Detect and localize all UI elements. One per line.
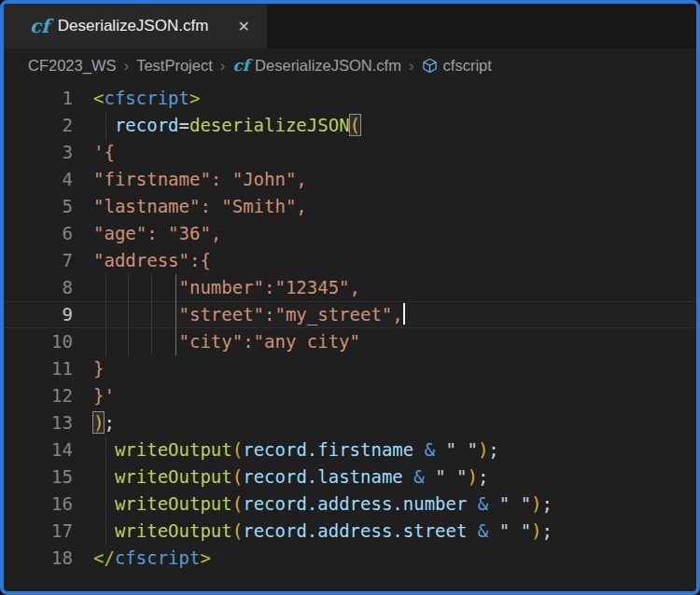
- line-number[interactable]: 15: [4, 464, 73, 491]
- code-line[interactable]: 16 writeOutput(record.address.number & "…: [4, 491, 696, 518]
- line-number[interactable]: 5: [4, 193, 73, 220]
- code-token: ): [478, 439, 488, 460]
- code-token: [488, 520, 498, 541]
- code-token: " ": [446, 439, 478, 460]
- code-token: ;: [542, 493, 553, 514]
- code-line[interactable]: 8 "number":"12345",: [4, 274, 696, 301]
- code-line-content: "firstname": "John",: [93, 166, 307, 193]
- code-line-content: writeOutput(record.address.street & " ")…: [93, 518, 553, 545]
- code-token: writeOutput: [115, 520, 232, 541]
- code-token: ;: [104, 412, 114, 433]
- code-line[interactable]: 5"lastname": "Smith",: [4, 193, 696, 220]
- coldfusion-icon: cf: [30, 17, 49, 35]
- code-line[interactable]: 9 "street":"my_street",: [4, 301, 696, 328]
- code-token: [93, 439, 115, 460]
- indent-guide: [175, 274, 176, 301]
- line-number[interactable]: 18: [4, 545, 73, 572]
- code-token: }': [93, 385, 115, 406]
- code-line[interactable]: 15 writeOutput(record.lastname & " ");: [4, 464, 696, 491]
- line-number[interactable]: 12: [4, 382, 73, 409]
- vscode-window: cf DeserializeJSON.cfm ✕ CF2023_WS › Tes…: [0, 0, 700, 595]
- line-number[interactable]: 11: [4, 355, 73, 382]
- line-number[interactable]: 13: [4, 409, 73, 436]
- code-token: cfscript: [104, 88, 189, 108]
- code-token: "city":"any city": [179, 331, 360, 352]
- code-line-content: "lastname": "Smith",: [93, 193, 307, 220]
- code-editor[interactable]: 1<cfscript>2 record=deserializeJSON(3'{4…: [4, 83, 696, 591]
- indent-guide: [175, 328, 176, 355]
- code-line-content: }: [93, 355, 104, 382]
- cube-icon: [422, 58, 438, 74]
- tab-bar: cf DeserializeJSON.cfm ✕: [4, 4, 696, 48]
- chevron-right-icon: ›: [123, 57, 129, 76]
- breadcrumb-item-workspace[interactable]: CF2023_WS: [28, 57, 116, 75]
- code-line[interactable]: 14 writeOutput(record.firstname & " ");: [4, 436, 696, 464]
- code-line[interactable]: 10 "city":"any city": [4, 328, 696, 355]
- code-line-content: );: [93, 409, 115, 436]
- code-token: [467, 493, 477, 514]
- code-token: record: [115, 115, 179, 135]
- line-number[interactable]: 14: [4, 436, 73, 464]
- code-token: '{: [93, 142, 115, 162]
- line-number[interactable]: 7: [4, 247, 73, 274]
- line-number[interactable]: 17: [4, 518, 73, 545]
- chevron-right-icon: ›: [220, 57, 226, 76]
- code-token: cfscript: [115, 547, 201, 568]
- code-token: deserializeJSON: [189, 115, 350, 135]
- code-token: ): [531, 520, 541, 541]
- close-tab-icon[interactable]: ✕: [234, 16, 254, 37]
- chevron-right-icon: ›: [409, 57, 414, 76]
- breadcrumb-item-symbol-cfscript[interactable]: cfscript: [422, 57, 492, 75]
- code-line[interactable]: 3'{: [4, 139, 696, 166]
- code-token: [488, 493, 498, 514]
- tab-deserializejson-cfm[interactable]: cf DeserializeJSON.cfm ✕: [4, 4, 267, 48]
- code-token: <: [93, 88, 104, 108]
- line-number[interactable]: 8: [4, 274, 73, 301]
- code-line-content: "street":"my_street",: [93, 301, 405, 328]
- line-number[interactable]: 16: [4, 491, 73, 518]
- line-number[interactable]: 9: [4, 301, 73, 328]
- breadcrumb-item-project[interactable]: TestProject: [136, 57, 213, 75]
- code-line[interactable]: 4"firstname": "John",: [4, 166, 696, 193]
- code-line[interactable]: 2 record=deserializeJSON(: [4, 112, 696, 139]
- code-token: ;: [478, 466, 488, 487]
- code-token: &: [413, 466, 424, 487]
- code-token: [93, 466, 115, 487]
- code-token: ;: [488, 439, 498, 460]
- code-line-content: writeOutput(record.lastname & " ");: [93, 464, 488, 491]
- code-token: &: [478, 520, 488, 541]
- code-line[interactable]: 18</cfscript>: [4, 545, 696, 572]
- code-line[interactable]: 17 writeOutput(record.address.street & "…: [4, 518, 696, 545]
- code-token: [435, 439, 445, 460]
- code-token: "lastname": "Smith",: [93, 196, 307, 216]
- line-number[interactable]: 10: [4, 328, 73, 355]
- line-number[interactable]: 1: [4, 85, 73, 112]
- indent-guide: [105, 112, 106, 139]
- code-token: ): [93, 412, 104, 433]
- code-line[interactable]: 7"address":{: [4, 247, 696, 274]
- line-number[interactable]: 4: [4, 166, 73, 193]
- code-token: (: [232, 466, 243, 487]
- code-line[interactable]: 13);: [4, 409, 696, 436]
- code-token: " ": [499, 520, 531, 541]
- line-number[interactable]: 3: [4, 139, 73, 166]
- breadcrumb-label: DeserializeJSON.cfm: [255, 57, 401, 75]
- breadcrumb: CF2023_WS › TestProject › cf Deserialize…: [4, 48, 696, 83]
- line-number[interactable]: 2: [4, 112, 73, 139]
- code-token: writeOutput: [115, 439, 232, 460]
- breadcrumb-item-file[interactable]: cf DeserializeJSON.cfm: [232, 57, 400, 75]
- indent-guide: [105, 518, 106, 545]
- breadcrumb-label: TestProject: [136, 57, 213, 75]
- code-token: writeOutput: [115, 466, 232, 487]
- indent-guide: [151, 274, 152, 301]
- line-number[interactable]: 6: [4, 220, 73, 247]
- code-line[interactable]: 6"age": "36",: [4, 220, 696, 247]
- code-line[interactable]: 12}': [4, 382, 696, 409]
- code-line[interactable]: 1<cfscript>: [4, 85, 696, 112]
- code-token: " ": [435, 466, 467, 487]
- coldfusion-icon: cf: [232, 58, 249, 74]
- code-token: (: [232, 520, 243, 541]
- code-line[interactable]: 11}: [4, 355, 696, 382]
- code-token: &: [425, 439, 435, 460]
- code-token: ): [467, 466, 477, 487]
